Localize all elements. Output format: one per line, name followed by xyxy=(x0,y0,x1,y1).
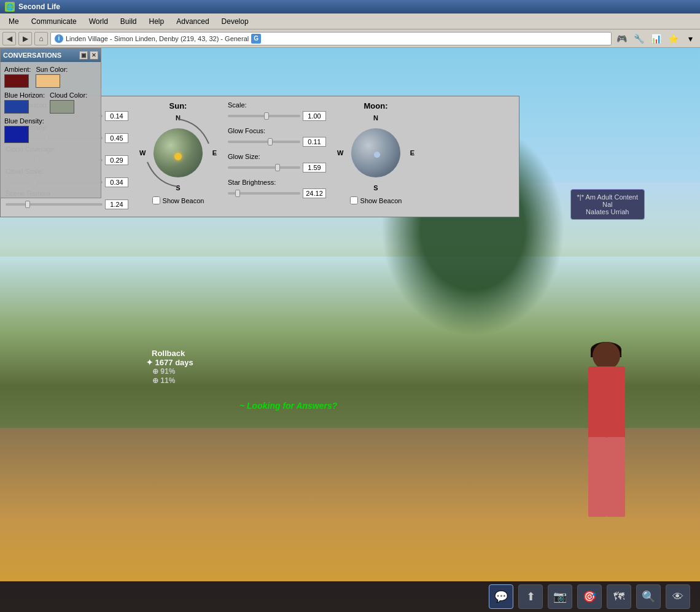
moon-label: Moon: xyxy=(364,101,388,110)
scale-slider-row: 1.00 xyxy=(228,111,326,121)
moon-section: Moon: N S E W Show Beacon xyxy=(336,101,416,204)
cloud-scale-value: 0.34 xyxy=(105,177,128,187)
move-btn[interactable]: ⬆ xyxy=(518,584,543,609)
ambient-group: Ambient: xyxy=(4,66,31,88)
blue-density-label: Blue Density: xyxy=(4,117,44,125)
moon-compass-s: S xyxy=(373,184,378,192)
glow-size-thumb[interactable] xyxy=(275,164,280,171)
scene-gamma-track[interactable] xyxy=(6,203,103,206)
info-icon: i xyxy=(55,34,63,43)
toolbar-icon-1[interactable]: 🎮 xyxy=(614,31,629,46)
color-section-mid: Blue Horizon: Cloud Color: xyxy=(4,91,97,114)
toolbar-icon-3[interactable]: 📊 xyxy=(648,31,663,46)
menu-bar: Me Communicate World Build Help Advanced… xyxy=(0,14,700,29)
toolbar-right: 🎮 🔧 📊 ⭐ ▾ xyxy=(614,31,698,46)
forward-button[interactable]: ▶ xyxy=(18,32,32,45)
address-text: Linden Village - Simon Linden, Denby (21… xyxy=(66,35,249,42)
conversations-panel: CONVERSATIONS ▣ ✕ Ambient: Sun Color: xyxy=(0,48,101,198)
glow-size-slider-row: 1.59 xyxy=(228,163,326,172)
star-brightness-thumb[interactable] xyxy=(235,190,240,197)
sun-label: Sun: xyxy=(169,101,187,110)
notification-line2: Nal xyxy=(577,201,638,208)
color-section-top: Ambient: Sun Color: xyxy=(4,66,97,88)
color-section-bot: Blue Density: xyxy=(4,117,97,143)
moon-dot xyxy=(374,152,380,158)
menu-build[interactable]: Build xyxy=(114,15,143,28)
sun-color-group: Sun Color: xyxy=(36,66,68,88)
blue-horizon-label: Blue Horizon: xyxy=(4,91,45,99)
sun-container[interactable]: N S E W xyxy=(138,113,218,193)
moon-compass-w: W xyxy=(337,149,343,157)
address-bar: ◀ ▶ ⌂ i Linden Village - Simon Linden, D… xyxy=(0,29,700,48)
search-btn[interactable]: 🔍 xyxy=(636,584,661,609)
scene-gamma-value: 1.24 xyxy=(105,199,128,209)
menu-advanced[interactable]: Advanced xyxy=(170,15,215,28)
map-btn[interactable]: 🗺 xyxy=(607,584,631,609)
conv-close-btn[interactable]: ✕ xyxy=(90,51,98,60)
chat-btn[interactable]: 💬 xyxy=(489,584,513,609)
scale-group: Scale: 1.00 xyxy=(228,101,326,121)
conversations-titlebar: CONVERSATIONS ▣ ✕ xyxy=(1,48,101,62)
bottom-toolbar: 💬 ⬆ 📷 🎯 🗺 🔍 👁 xyxy=(0,581,700,612)
glow-size-group: Glow Size: 1.59 xyxy=(228,153,326,172)
menu-me[interactable]: Me xyxy=(2,15,25,28)
star-brightness-track[interactable] xyxy=(228,192,300,195)
blue-density-swatch[interactable] xyxy=(4,126,29,143)
scale-track[interactable] xyxy=(228,115,300,117)
scale-label: Scale: xyxy=(228,101,326,109)
toolbar-icon-2[interactable]: 🔧 xyxy=(631,31,646,46)
sun-beacon-checkbox[interactable] xyxy=(152,196,160,204)
menu-communicate[interactable]: Communicate xyxy=(25,15,83,28)
star-brightness-label: Star Brightness: xyxy=(228,179,326,186)
haze-horizon-value: 0.14 xyxy=(105,111,128,121)
menu-world[interactable]: World xyxy=(83,15,114,28)
toolbar-icon-star[interactable]: ⭐ xyxy=(666,31,680,46)
notification-bubble: *|* Am Adult Content Nal Nalates Urriah xyxy=(570,189,645,220)
glow-focus-slider-row: 0.11 xyxy=(228,137,326,147)
cloud-color-group: Cloud Color: xyxy=(50,91,87,114)
moon-compass-e: E xyxy=(410,149,414,157)
camera-btn[interactable]: 👁 xyxy=(666,584,690,609)
menu-develop[interactable]: Develop xyxy=(216,15,255,28)
game-viewport: Rollback ✦ 1677 days ⊕ 91% ⊕ 11% ~ Looki… xyxy=(0,48,700,612)
sun-section: Sun: N S E W Sho xyxy=(138,101,218,204)
sun-beacon-label: Show Beacon xyxy=(163,197,204,204)
conv-restore-btn[interactable]: ▣ xyxy=(79,51,88,60)
moon-beacon-row: Show Beacon xyxy=(350,196,402,204)
sun-beacon-row: Show Beacon xyxy=(152,196,204,204)
scene-gamma-thumb[interactable] xyxy=(25,201,30,208)
ambient-swatch[interactable] xyxy=(4,74,29,88)
glow-focus-group: Glow Focus: 0.11 xyxy=(228,127,326,147)
star-brightness-value: 24.12 xyxy=(303,188,326,198)
moon-compass-n: N xyxy=(373,114,378,122)
scene-gamma-slider-row: 1.24 xyxy=(6,199,128,209)
back-button[interactable]: ◀ xyxy=(2,32,16,45)
voice-btn[interactable]: 🎯 xyxy=(577,584,602,609)
cloud-color-swatch[interactable] xyxy=(50,100,74,114)
toolbar-dropdown[interactable]: ▾ xyxy=(683,31,698,46)
home-button[interactable]: ⌂ xyxy=(34,32,48,45)
sun-color-label: Sun Color: xyxy=(36,66,68,73)
conv-title-text: CONVERSATIONS xyxy=(3,52,61,59)
glow-focus-thumb[interactable] xyxy=(268,138,273,145)
glow-size-track[interactable] xyxy=(228,166,300,169)
scale-thumb[interactable] xyxy=(264,112,269,120)
blue-density-group: Blue Density: xyxy=(4,117,44,143)
moon-beacon-label: Show Beacon xyxy=(360,197,402,204)
menu-help[interactable]: Help xyxy=(143,15,171,28)
notification-line1: *|* Am Adult Content xyxy=(577,193,638,201)
glow-focus-value: 0.11 xyxy=(303,137,326,147)
cloud-coverage-value: 0.29 xyxy=(105,155,128,165)
ambient-label: Ambient: xyxy=(4,66,31,73)
glow-focus-track[interactable] xyxy=(228,141,300,143)
sun-color-swatch[interactable] xyxy=(36,74,60,88)
g-badge: G xyxy=(251,34,261,44)
star-brightness-group: Star Brightness: 24.12 xyxy=(228,179,326,198)
moon-container[interactable]: N S E W xyxy=(336,113,416,193)
haze-density-value: 0.45 xyxy=(105,133,128,143)
moon-beacon-checkbox[interactable] xyxy=(350,196,358,204)
conv-title-left: CONVERSATIONS xyxy=(3,52,61,59)
snapshot-btn[interactable]: 📷 xyxy=(548,584,572,609)
blue-horizon-swatch[interactable] xyxy=(4,100,29,114)
cloud-color-label: Cloud Color: xyxy=(50,91,87,99)
